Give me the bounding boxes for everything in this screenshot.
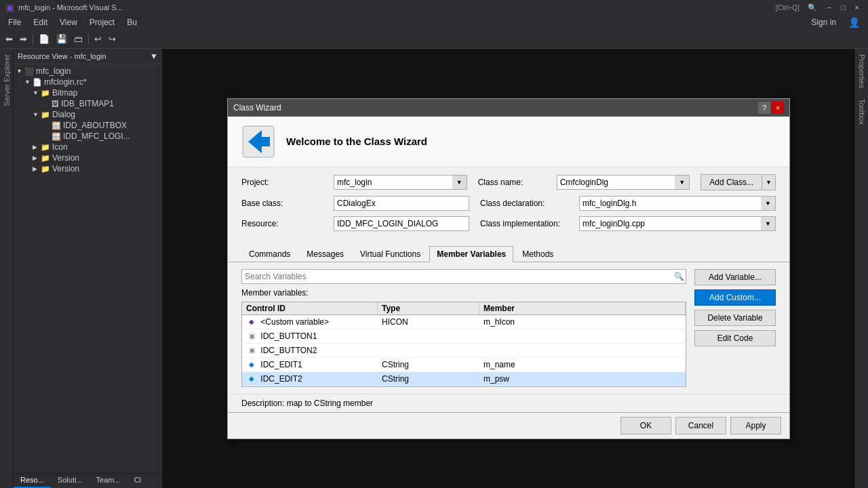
dialog-close-button[interactable]: × [772,102,784,114]
dialog-title: Class Wizard [233,103,281,113]
menu-edit[interactable]: Edit [28,16,53,28]
apply-button[interactable]: Apply [730,417,781,434]
tab-methods[interactable]: Methods [515,246,561,262]
table-header: Control ID Type Member [242,302,686,315]
solution-tab[interactable]: Soluti... [51,474,90,488]
row-icon-ctrl: ▣ [246,331,257,342]
search-wrap: 🔍 [241,269,686,284]
cell-type: HICON [378,316,479,328]
close-button[interactable]: × [852,3,863,12]
left-edge: Server Explorer [0,49,14,488]
wizard-title: Welcome to the Class Wizard [286,136,427,147]
cell-control-id: ▣ IDC_BUTTON2 [242,344,378,357]
search-input[interactable] [241,269,686,284]
minimize-button[interactable]: − [823,3,834,12]
tree-item-dialog-folder[interactable]: ▼ 📁 Dialog [14,109,162,120]
resource-tab[interactable]: Reso... [14,474,51,488]
dialog-help-button[interactable]: ? [758,102,770,114]
cl-tab[interactable]: Cl [127,474,148,488]
cell-member [479,349,686,352]
tree-item-rc[interactable]: ▼ 📄 mfclogin.rc* [14,77,162,87]
toolbox-tab[interactable]: Toolbox [856,94,867,130]
tab-commands[interactable]: Commands [241,246,298,262]
dialog-body: Welcome to the Class Wizard Project: mfc… [228,117,789,439]
table-row[interactable]: ◆ IDC_EDIT2 CString m_psw [242,372,686,386]
main-area: Server Explorer Resource View - mfc_logi… [0,49,868,488]
tree-item-string-table[interactable]: ▶ 📁 Version [14,152,162,163]
resource-input[interactable] [334,216,469,231]
tree-item-label: IDD_MFC_LOGI... [63,131,130,141]
cancel-button[interactable]: Cancel [675,417,726,434]
description-label: Description: [241,399,284,408]
base-class-input[interactable] [334,196,469,211]
cell-type: CString [378,359,479,371]
form-row-project: Project: mfc_login ▼ Class name: Cmfcl [241,174,776,190]
search-button[interactable]: 🔍 [804,3,821,12]
resource-view-sidebar: Resource View - mfc_login ▼ ▼ ⬛ mfc_logi… [14,49,163,488]
tree-item-icon-folder[interactable]: ▶ 📁 Icon [14,142,162,152]
expand-arrow: ▼ [33,89,41,96]
save-button[interactable]: 💾 [54,32,70,47]
tab-member-variables[interactable]: Member Variables [429,246,513,262]
back-button[interactable]: ⬅ [3,32,16,47]
menu-project[interactable]: Project [84,16,120,28]
forward-button[interactable]: ➡ [17,32,30,47]
col-header-member: Member [479,302,686,314]
row-icon-db: ◆ [246,317,257,327]
delete-variable-button[interactable]: Delete Variable [694,310,776,326]
add-variable-button[interactable]: Add Variable... [694,269,776,285]
add-custom-button[interactable]: Add Custom... [694,289,776,306]
member-variables-label: Member variables: [241,288,686,298]
tab-messages[interactable]: Messages [299,246,351,262]
save-all-button[interactable]: 🗃 [71,32,85,47]
ok-button[interactable]: OK [620,417,671,434]
table-row[interactable]: ◆ <Custom variable> HICON m_hIcon [242,315,686,329]
menu-file[interactable]: File [3,16,26,28]
table-row[interactable]: ◆ IDC_EDIT1 CString m_name [242,358,686,372]
sidebar-header: Resource View - mfc_login ▼ [14,49,162,64]
class-name-select[interactable]: CmfcloginDlg [557,175,690,190]
col-header-id: Control ID [242,302,378,314]
signin-link[interactable]: Sign in [806,16,842,28]
table-row[interactable]: ▣ IDC_BUTTON2 [242,344,686,358]
new-button[interactable]: 📄 [36,32,52,47]
col-header-type: Type [378,302,479,314]
project-select-wrap: mfc_login ▼ [334,175,467,190]
tree-item-mfc-login-dlg[interactable]: 🪟 IDD_MFC_LOGI... [14,131,162,142]
expand-arrow: ▶ [33,165,41,172]
user-icon[interactable]: 👤 [843,16,865,29]
tree-item-bitmap1[interactable]: 🖼 IDB_BITMAP1 [14,98,162,109]
right-sidebar: Properties Toolbox [854,49,868,488]
search-submit-button[interactable]: 🔍 [673,270,685,283]
table-row[interactable]: ▣ IDC_BUTTON1 [242,329,686,344]
add-class-button[interactable]: Add Class... [701,174,762,190]
project-select[interactable]: mfc_login [334,175,467,190]
sidebar-menu-icon[interactable]: ▼ [150,52,158,61]
panel-left: 🔍 Member variables: Control ID Type Memb… [241,269,686,387]
add-class-wrap: Add Class... ▼ [701,174,776,190]
class-decl-select[interactable]: mfc_loginDlg.h [579,196,776,211]
edit-code-button[interactable]: Edit Code [694,330,776,346]
expand-arrow: ▼ [24,79,33,85]
team-tab[interactable]: Team... [90,474,127,488]
menu-view[interactable]: View [54,16,83,28]
maximize-button[interactable]: □ [837,3,849,12]
tab-virtual-functions[interactable]: Virtual Functions [353,246,428,262]
tree-item-aboutbox[interactable]: 🪟 IDD_ABOUTBOX [14,120,162,131]
dialog-footer: OK Cancel Apply [228,412,789,439]
redo-button[interactable]: ↪ [106,32,119,47]
class-impl-select[interactable]: mfc_loginDlg.cpp [579,216,776,231]
tree-item-root[interactable]: ▼ ⬛ mfc_login [14,66,162,77]
add-class-dropdown-button[interactable]: ▼ [762,174,776,190]
server-explorer-tab[interactable]: Server Explorer [1,49,12,111]
toolbar-separator-1 [33,34,33,45]
tree-item-version[interactable]: ▶ 📁 Version [14,163,162,174]
tree-item-bitmap-folder[interactable]: ▼ 📁 Bitmap [14,87,162,98]
description-value: map to CString member [287,399,373,408]
properties-tab[interactable]: Properties [856,49,867,94]
menu-build[interactable]: Bu [121,16,142,28]
expand-arrow: ▼ [16,68,24,75]
cell-member: m_hIcon [479,316,686,328]
expand-arrow: ▶ [33,155,41,161]
undo-button[interactable]: ↩ [92,32,104,47]
